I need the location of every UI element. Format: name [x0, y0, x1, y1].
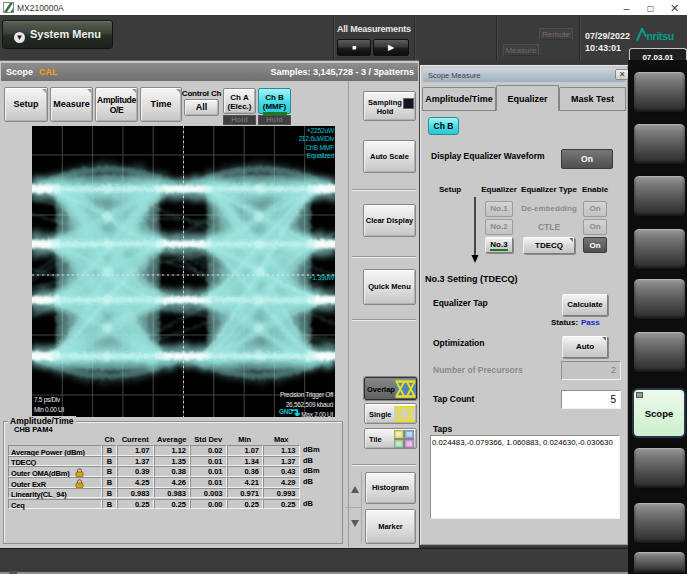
svg-text:nritsu: nritsu — [647, 30, 674, 42]
